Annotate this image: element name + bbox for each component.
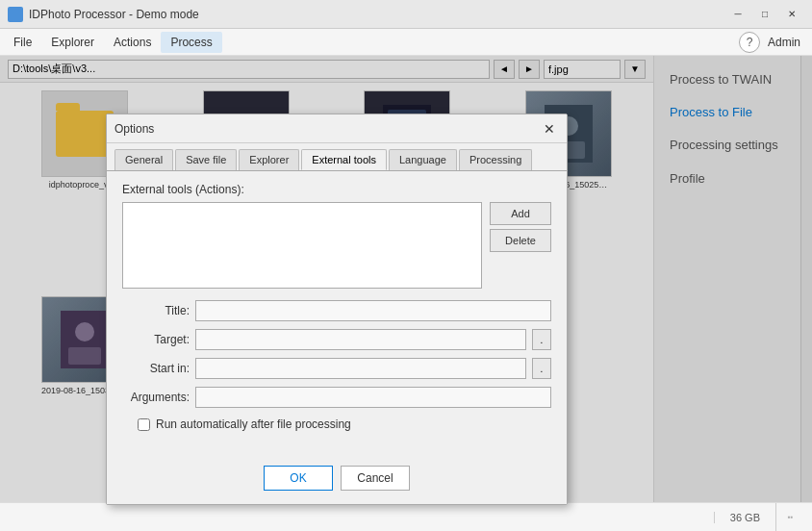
dialog-title-bar: Options ✕ xyxy=(107,114,567,143)
dialog-footer: OK Cancel xyxy=(107,458,567,504)
tools-buttons: Add Delete xyxy=(490,202,551,289)
tab-save-file[interactable]: Save file xyxy=(175,149,237,170)
tools-list-area: Add Delete xyxy=(122,202,551,289)
admin-label[interactable]: Admin xyxy=(768,36,800,49)
menu-bar: File Explorer Actions Process ? Admin xyxy=(0,29,812,56)
start-in-browse-button[interactable]: . xyxy=(532,358,551,379)
auto-run-checkbox[interactable] xyxy=(138,418,150,431)
resize-handle[interactable]: ▪▪ xyxy=(788,513,794,521)
menu-explorer[interactable]: Explorer xyxy=(41,32,104,53)
ok-button[interactable]: OK xyxy=(264,466,333,491)
tab-external-tools[interactable]: External tools xyxy=(301,149,387,170)
cancel-button[interactable]: Cancel xyxy=(341,466,410,491)
dialog-content: External tools (Actions): Add Delete Tit… xyxy=(107,171,567,458)
window-title: IDPhoto Processor - Demo mode xyxy=(29,8,725,21)
tab-general[interactable]: General xyxy=(114,149,173,170)
arguments-label: Arguments: xyxy=(122,391,190,404)
menu-process[interactable]: Process xyxy=(161,32,221,53)
tab-processing[interactable]: Processing xyxy=(459,149,532,170)
options-dialog: Options ✕ General Save file Explorer Ext… xyxy=(106,114,568,505)
app-icon xyxy=(8,7,23,22)
section-label: External tools (Actions): xyxy=(122,183,551,196)
target-field-label: Target: xyxy=(122,333,190,346)
close-button[interactable]: ✕ xyxy=(779,5,804,24)
target-row: Target: . xyxy=(122,329,551,350)
dialog-overlay: Options ✕ General Save file Explorer Ext… xyxy=(0,56,812,502)
window-controls: ─ □ ✕ xyxy=(725,5,804,24)
start-in-field[interactable] xyxy=(195,358,526,379)
title-row: Title: xyxy=(122,300,551,321)
tabs-bar: General Save file Explorer External tool… xyxy=(107,143,567,171)
arguments-field[interactable] xyxy=(195,387,551,408)
title-bar: IDPhoto Processor - Demo mode ─ □ ✕ xyxy=(0,0,812,29)
add-tool-button[interactable]: Add xyxy=(490,202,551,225)
delete-tool-button[interactable]: Delete xyxy=(490,229,551,252)
title-field-label: Title: xyxy=(122,304,190,317)
main-area: ◄ ► ▼ idphotoproce_v3... WelcomeID Photo… xyxy=(0,56,812,502)
dialog-title: Options xyxy=(114,122,540,136)
auto-run-label: Run automatically after file processing xyxy=(156,417,351,431)
target-browse-button[interactable]: . xyxy=(532,329,551,350)
start-in-label: Start in: xyxy=(122,362,190,375)
help-button[interactable]: ? xyxy=(739,32,760,53)
menu-right: ? Admin xyxy=(739,32,808,53)
storage-indicator: 36 GB xyxy=(714,512,775,523)
tab-language[interactable]: Language xyxy=(389,149,457,170)
tab-explorer[interactable]: Explorer xyxy=(239,149,299,170)
start-in-row: Start in: . xyxy=(122,358,551,379)
tools-list[interactable] xyxy=(122,202,482,289)
target-field[interactable] xyxy=(195,329,526,350)
maximize-button[interactable]: □ xyxy=(752,5,777,24)
checkbox-row: Run automatically after file processing xyxy=(122,417,551,431)
dialog-close-button[interactable]: ✕ xyxy=(540,119,559,139)
arguments-row: Arguments: xyxy=(122,387,551,408)
minimize-button[interactable]: ─ xyxy=(725,5,750,24)
menu-file[interactable]: File xyxy=(4,32,41,53)
menu-actions[interactable]: Actions xyxy=(104,32,161,53)
status-bar: 36 GB ▪▪ xyxy=(0,502,812,531)
title-field[interactable] xyxy=(195,300,551,321)
